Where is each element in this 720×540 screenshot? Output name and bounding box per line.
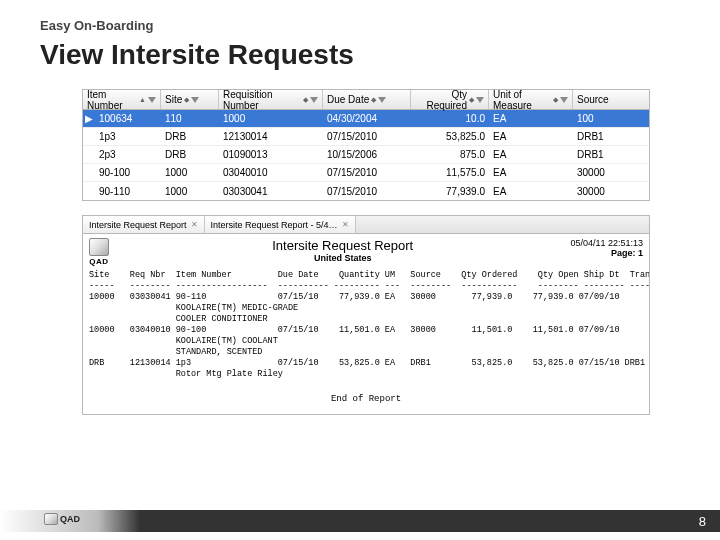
sort-icon[interactable]: ◆ xyxy=(469,96,474,104)
table-row[interactable]: 90-110 1000 03030041 07/15/2010 77,939.0… xyxy=(83,182,649,200)
cell-src: 30000 xyxy=(573,186,643,197)
page-title: View Intersite Requests xyxy=(40,39,680,71)
cell-src: DRB1 xyxy=(573,131,643,142)
report-subtitle: United States xyxy=(115,253,570,263)
tab-report-dated[interactable]: Intersite Request Report - 5/4… ✕ xyxy=(205,216,356,233)
report-line: DRB 12130014 1p3 07/15/10 53,825.0 EA DR… xyxy=(89,358,649,368)
cell-site: DRB xyxy=(161,131,219,142)
logo-icon xyxy=(89,238,109,256)
cell-due: 07/15/2010 xyxy=(323,186,411,197)
cell-site: 110 xyxy=(161,113,219,124)
filter-icon[interactable] xyxy=(310,97,318,103)
row-caret-icon: ▶ xyxy=(83,113,95,124)
report-page-label: Page: 1 xyxy=(570,248,643,258)
cell-uom: EA xyxy=(489,149,573,160)
cell-src: 30000 xyxy=(573,167,643,178)
cell-qty: 11,575.0 xyxy=(411,167,489,178)
col-requisition[interactable]: Requisition Number ◆ xyxy=(219,90,323,109)
logo-text: QAD xyxy=(89,257,108,266)
cell-uom: EA xyxy=(489,131,573,142)
sort-icon[interactable]: ◆ xyxy=(303,96,308,104)
grid-header-row: Item Number ▲ Site ◆ Requisition Number … xyxy=(83,90,649,110)
report-end: End of Report xyxy=(83,386,649,414)
col-label: Site xyxy=(165,94,182,105)
report-title: Intersite Request Report xyxy=(115,238,570,253)
close-icon[interactable]: ✕ xyxy=(342,220,349,229)
report-dash-line: ----- -------- ------------------ ------… xyxy=(89,281,649,291)
intersite-grid: Item Number ▲ Site ◆ Requisition Number … xyxy=(82,89,650,201)
filter-icon[interactable] xyxy=(560,97,568,103)
col-label: Due Date xyxy=(327,94,369,105)
col-qty-required[interactable]: Qty Required ◆ xyxy=(411,90,489,109)
cell-req: 03040010 xyxy=(219,167,323,178)
cell-qty: 10.0 xyxy=(411,113,489,124)
cell-site: 1000 xyxy=(161,167,219,178)
report-timestamp: 05/04/11 22:51:13 xyxy=(570,238,643,248)
tab-report[interactable]: Intersite Request Report ✕ xyxy=(83,216,205,233)
col-label: Item Number xyxy=(87,89,137,111)
sort-asc-icon[interactable]: ▲ xyxy=(139,96,146,103)
tab-label: Intersite Request Report xyxy=(89,220,187,230)
report-tabs: Intersite Request Report ✕ Intersite Req… xyxy=(83,216,649,234)
logo-icon xyxy=(44,513,58,525)
report-line: 10000 03040010 90-100 07/15/10 11,501.0 … xyxy=(89,325,620,335)
cell-uom: EA xyxy=(489,186,573,197)
close-icon[interactable]: ✕ xyxy=(191,220,198,229)
report-line: KOOLAIRE(TM) MEDIC-GRADE xyxy=(89,303,298,313)
report-line: Rotor Mtg Plate Riley xyxy=(89,369,283,379)
sort-icon[interactable]: ◆ xyxy=(553,96,558,104)
sort-icon[interactable]: ◆ xyxy=(371,96,376,104)
cell-req: 03030041 xyxy=(219,186,323,197)
cell-due: 07/15/2010 xyxy=(323,131,411,142)
cell-qty: 53,825.0 xyxy=(411,131,489,142)
col-label: Requisition Number xyxy=(223,89,301,111)
sort-icon[interactable]: ◆ xyxy=(184,96,189,104)
cell-due: 04/30/2004 xyxy=(323,113,411,124)
cell-site: 1000 xyxy=(161,186,219,197)
page-number: 8 xyxy=(699,514,706,529)
cell-qty: 77,939.0 xyxy=(411,186,489,197)
cell-item: 100634 xyxy=(95,113,161,124)
report-line: 10000 03030041 90-110 07/15/10 77,939.0 … xyxy=(89,292,620,302)
cell-item: 90-100 xyxy=(95,167,161,178)
qad-logo: QAD xyxy=(89,238,109,266)
footer-bar: 8 xyxy=(140,510,720,532)
table-row[interactable]: 2p3 DRB 01090013 10/15/2006 875.0 EA DRB… xyxy=(83,146,649,164)
report-panel: Intersite Request Report ✕ Intersite Req… xyxy=(82,215,650,415)
logo-text: QAD xyxy=(60,514,80,524)
slide-footer: QAD 8 xyxy=(0,510,720,532)
col-site[interactable]: Site ◆ xyxy=(161,90,219,109)
cell-due: 07/15/2010 xyxy=(323,167,411,178)
cell-item: 2p3 xyxy=(95,149,161,160)
col-label: Source xyxy=(577,94,609,105)
report-col-header: Site Req Nbr Item Number Due Date Quanti… xyxy=(89,270,649,280)
filter-icon[interactable] xyxy=(378,97,386,103)
report-line: COOLER CONDITIONER xyxy=(89,314,268,324)
footer-gradient: QAD xyxy=(0,510,140,532)
report-header: QAD Intersite Request Report United Stat… xyxy=(83,234,649,268)
tab-label: Intersite Request Report - 5/4… xyxy=(211,220,338,230)
filter-icon[interactable] xyxy=(476,97,484,103)
col-item-number[interactable]: Item Number ▲ xyxy=(83,90,161,109)
filter-icon[interactable] xyxy=(148,97,156,103)
report-line: KOOLAIRE(TM) COOLANT xyxy=(89,336,278,346)
col-unit-of-measure[interactable]: Unit of Measure ◆ xyxy=(489,90,573,109)
footer-logo: QAD xyxy=(44,513,80,525)
cell-site: DRB xyxy=(161,149,219,160)
cell-uom: EA xyxy=(489,113,573,124)
report-line: STANDARD, SCENTED xyxy=(89,347,262,357)
report-body: Site Req Nbr Item Number Due Date Quanti… xyxy=(83,268,649,386)
cell-item: 90-110 xyxy=(95,186,161,197)
table-row[interactable]: 90-100 1000 03040010 07/15/2010 11,575.0… xyxy=(83,164,649,182)
filter-icon[interactable] xyxy=(191,97,199,103)
table-row[interactable]: ▶ 100634 110 1000 04/30/2004 10.0 EA 100 xyxy=(83,110,649,128)
table-row[interactable]: 1p3 DRB 12130014 07/15/2010 53,825.0 EA … xyxy=(83,128,649,146)
col-due-date[interactable]: Due Date ◆ xyxy=(323,90,411,109)
col-source[interactable]: Source xyxy=(573,90,643,109)
cell-uom: EA xyxy=(489,167,573,178)
cell-req: 1000 xyxy=(219,113,323,124)
cell-src: 100 xyxy=(573,113,643,124)
cell-req: 12130014 xyxy=(219,131,323,142)
col-label: Qty Required xyxy=(415,89,467,111)
grid-body: ▶ 100634 110 1000 04/30/2004 10.0 EA 100… xyxy=(83,110,649,200)
